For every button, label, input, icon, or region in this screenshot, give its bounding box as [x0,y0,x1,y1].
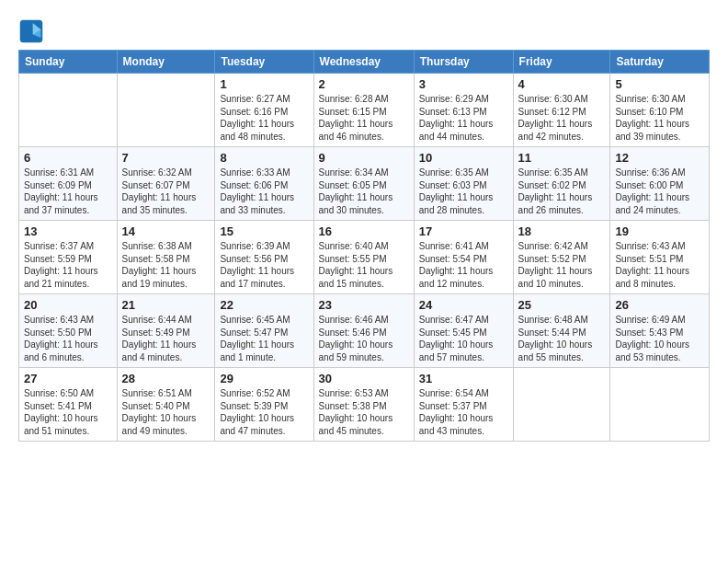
day-number: 30 [319,372,409,385]
calendar-cell: 5Sunrise: 6:30 AMSunset: 6:10 PMDaylight… [610,74,710,147]
day-info: Sunrise: 6:46 AMSunset: 5:46 PMDaylight:… [319,314,409,363]
calendar-cell: 28Sunrise: 6:51 AMSunset: 5:40 PMDayligh… [117,368,215,442]
day-number: 9 [319,151,409,165]
calendar-week-1: 1Sunrise: 6:27 AMSunset: 6:16 PMDaylight… [19,74,710,147]
day-number: 11 [518,151,606,165]
day-info: Sunrise: 6:53 AMSunset: 5:38 PMDaylight:… [319,387,409,437]
day-info: Sunrise: 6:47 AMSunset: 5:45 PMDaylight:… [419,314,508,363]
day-number: 21 [122,298,210,312]
calendar-cell: 22Sunrise: 6:45 AMSunset: 5:47 PMDayligh… [215,294,313,368]
day-info: Sunrise: 6:37 AMSunset: 5:59 PMDaylight:… [24,240,112,290]
calendar-cell: 12Sunrise: 6:36 AMSunset: 6:00 PMDayligh… [610,147,710,221]
day-number: 1 [220,77,308,91]
calendar-cell: 15Sunrise: 6:39 AMSunset: 5:56 PMDayligh… [215,221,313,294]
day-number: 25 [518,298,606,312]
day-number: 28 [122,372,210,385]
day-number: 4 [518,77,606,91]
header [18,15,710,44]
calendar-cell [610,368,710,442]
day-number: 31 [419,372,508,385]
calendar-cell: 31Sunrise: 6:54 AMSunset: 5:37 PMDayligh… [414,368,513,442]
day-number: 3 [419,77,508,91]
calendar-cell: 1Sunrise: 6:27 AMSunset: 6:16 PMDaylight… [215,74,313,147]
day-number: 15 [220,224,308,238]
calendar-week-2: 6Sunrise: 6:31 AMSunset: 6:09 PMDaylight… [19,147,710,221]
calendar-cell: 13Sunrise: 6:37 AMSunset: 5:59 PMDayligh… [19,221,118,294]
calendar-cell: 11Sunrise: 6:35 AMSunset: 6:02 PMDayligh… [513,147,610,221]
calendar-cell: 30Sunrise: 6:53 AMSunset: 5:38 PMDayligh… [313,368,414,442]
calendar-cell: 26Sunrise: 6:49 AMSunset: 5:43 PMDayligh… [610,294,710,368]
calendar-cell: 3Sunrise: 6:29 AMSunset: 6:13 PMDaylight… [414,74,513,147]
day-info: Sunrise: 6:42 AMSunset: 5:52 PMDaylight:… [518,240,606,290]
day-info: Sunrise: 6:31 AMSunset: 6:09 PMDaylight:… [24,167,112,216]
day-number: 26 [615,298,704,312]
day-number: 6 [24,151,112,165]
day-number: 5 [615,77,704,91]
calendar-page: SundayMondayTuesdayWednesdayThursdayFrid… [0,0,728,563]
weekday-header-row: SundayMondayTuesdayWednesdayThursdayFrid… [19,51,710,74]
day-info: Sunrise: 6:54 AMSunset: 5:37 PMDaylight:… [419,387,508,437]
day-info: Sunrise: 6:30 AMSunset: 6:12 PMDaylight:… [518,93,606,143]
calendar-cell: 9Sunrise: 6:34 AMSunset: 6:05 PMDaylight… [313,147,414,221]
day-number: 18 [518,224,606,238]
day-info: Sunrise: 6:40 AMSunset: 5:55 PMDaylight:… [319,240,409,290]
calendar-cell: 2Sunrise: 6:28 AMSunset: 6:15 PMDaylight… [313,74,414,147]
day-number: 16 [319,224,409,238]
weekday-header-friday: Friday [513,51,610,74]
calendar-cell: 29Sunrise: 6:52 AMSunset: 5:39 PMDayligh… [215,368,313,442]
calendar-cell: 17Sunrise: 6:41 AMSunset: 5:54 PMDayligh… [414,221,513,294]
day-number: 23 [319,298,409,312]
day-info: Sunrise: 6:43 AMSunset: 5:50 PMDaylight:… [24,314,112,363]
day-info: Sunrise: 6:33 AMSunset: 6:06 PMDaylight:… [220,167,308,216]
day-number: 22 [220,298,308,312]
calendar-cell [513,368,610,442]
day-info: Sunrise: 6:51 AMSunset: 5:40 PMDaylight:… [122,387,210,437]
calendar-cell [19,74,118,147]
day-number: 12 [615,151,704,165]
day-info: Sunrise: 6:29 AMSunset: 6:13 PMDaylight:… [419,93,508,143]
weekday-header-monday: Monday [117,51,215,74]
calendar-cell: 16Sunrise: 6:40 AMSunset: 5:55 PMDayligh… [313,221,414,294]
day-number: 2 [319,77,409,91]
day-number: 10 [419,151,508,165]
calendar-week-3: 13Sunrise: 6:37 AMSunset: 5:59 PMDayligh… [19,221,710,294]
weekday-header-thursday: Thursday [414,51,513,74]
day-info: Sunrise: 6:50 AMSunset: 5:41 PMDaylight:… [24,387,112,437]
day-info: Sunrise: 6:35 AMSunset: 6:03 PMDaylight:… [419,167,508,216]
day-info: Sunrise: 6:52 AMSunset: 5:39 PMDaylight:… [220,387,308,437]
calendar-cell: 23Sunrise: 6:46 AMSunset: 5:46 PMDayligh… [313,294,414,368]
calendar-cell: 14Sunrise: 6:38 AMSunset: 5:58 PMDayligh… [117,221,215,294]
day-info: Sunrise: 6:38 AMSunset: 5:58 PMDaylight:… [122,240,210,290]
calendar-cell [117,74,215,147]
calendar-cell: 4Sunrise: 6:30 AMSunset: 6:12 PMDaylight… [513,74,610,147]
calendar-cell: 24Sunrise: 6:47 AMSunset: 5:45 PMDayligh… [414,294,513,368]
day-info: Sunrise: 6:30 AMSunset: 6:10 PMDaylight:… [615,93,704,143]
day-info: Sunrise: 6:36 AMSunset: 6:00 PMDaylight:… [615,167,704,216]
calendar-cell: 7Sunrise: 6:32 AMSunset: 6:07 PMDaylight… [117,147,215,221]
day-number: 20 [24,298,112,312]
calendar-cell: 25Sunrise: 6:48 AMSunset: 5:44 PMDayligh… [513,294,610,368]
day-info: Sunrise: 6:41 AMSunset: 5:54 PMDaylight:… [419,240,508,290]
day-number: 24 [419,298,508,312]
weekday-header-sunday: Sunday [19,51,118,74]
day-info: Sunrise: 6:34 AMSunset: 6:05 PMDaylight:… [319,167,409,216]
logo-icon [18,18,44,44]
calendar-week-5: 27Sunrise: 6:50 AMSunset: 5:41 PMDayligh… [19,368,710,442]
calendar-cell: 8Sunrise: 6:33 AMSunset: 6:06 PMDaylight… [215,147,313,221]
day-info: Sunrise: 6:43 AMSunset: 5:51 PMDaylight:… [615,240,704,290]
calendar-cell: 6Sunrise: 6:31 AMSunset: 6:09 PMDaylight… [19,147,118,221]
day-info: Sunrise: 6:35 AMSunset: 6:02 PMDaylight:… [518,167,606,216]
day-number: 8 [220,151,308,165]
day-info: Sunrise: 6:45 AMSunset: 5:47 PMDaylight:… [220,314,308,363]
day-info: Sunrise: 6:39 AMSunset: 5:56 PMDaylight:… [220,240,308,290]
calendar-cell: 20Sunrise: 6:43 AMSunset: 5:50 PMDayligh… [19,294,118,368]
day-info: Sunrise: 6:28 AMSunset: 6:15 PMDaylight:… [319,93,409,143]
calendar-week-4: 20Sunrise: 6:43 AMSunset: 5:50 PMDayligh… [19,294,710,368]
weekday-header-tuesday: Tuesday [215,51,313,74]
calendar-cell: 21Sunrise: 6:44 AMSunset: 5:49 PMDayligh… [117,294,215,368]
day-info: Sunrise: 6:44 AMSunset: 5:49 PMDaylight:… [122,314,210,363]
weekday-header-wednesday: Wednesday [313,51,414,74]
day-info: Sunrise: 6:48 AMSunset: 5:44 PMDaylight:… [518,314,606,363]
day-info: Sunrise: 6:32 AMSunset: 6:07 PMDaylight:… [122,167,210,216]
calendar-cell: 10Sunrise: 6:35 AMSunset: 6:03 PMDayligh… [414,147,513,221]
